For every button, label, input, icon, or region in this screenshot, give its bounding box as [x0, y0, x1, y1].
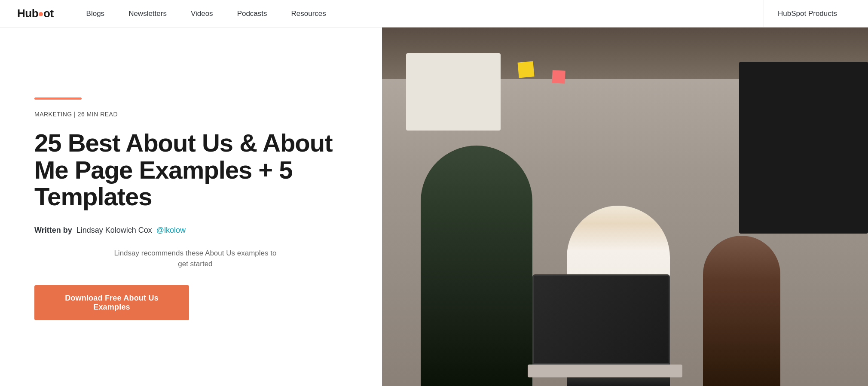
logo-text: Hubot [17, 7, 54, 20]
office-photo [382, 27, 868, 386]
nav-item-podcasts[interactable]: Podcasts [225, 0, 279, 27]
person-right-silhouette [703, 236, 780, 386]
laptop-base [528, 365, 682, 377]
article-title: 25 Best About Us & About Me Page Example… [34, 130, 356, 210]
nav-links: Blogs Newsletters Videos Podcasts Resour… [74, 0, 764, 27]
cta-button[interactable]: Download Free About Us Examples [34, 285, 189, 320]
author-name: Lindsay Kolowich Cox [76, 226, 152, 234]
monitor-right [739, 62, 868, 234]
logo-dot-icon [39, 12, 43, 16]
category-bar-accent [34, 97, 82, 100]
navigation: Hubot Blogs Newsletters Videos Podcasts … [0, 0, 868, 27]
article-author: Written by Lindsay Kolowich Cox @lkolow [34, 226, 356, 235]
whiteboard [406, 53, 501, 131]
hero-section: MARKETING | 26 MIN READ 25 Best About Us… [0, 27, 868, 386]
nav-item-blogs[interactable]: Blogs [74, 0, 117, 27]
laptop-screen-element [532, 274, 670, 365]
meta-category: MARKETING [34, 111, 72, 118]
author-handle-link[interactable]: @lkolow [156, 226, 186, 234]
meta-read-time: 26 MIN READ [78, 111, 118, 118]
sticky-note-red [552, 70, 565, 84]
nav-item-videos[interactable]: Videos [179, 0, 225, 27]
desc-line2: get started [178, 260, 212, 268]
hubspot-logo[interactable]: Hubot [17, 7, 54, 20]
meta-separator: | [72, 111, 78, 118]
nav-item-newsletters[interactable]: Newsletters [116, 0, 179, 27]
hero-description: Lindsay recommends these About Us exampl… [34, 248, 356, 270]
hero-content: MARKETING | 26 MIN READ 25 Best About Us… [0, 27, 382, 386]
nav-item-resources[interactable]: Resources [279, 0, 338, 27]
author-prefix: Written by [34, 226, 72, 234]
nav-products[interactable]: HubSpot Products [764, 0, 851, 27]
article-meta: MARKETING | 26 MIN READ [34, 111, 356, 118]
sticky-note-yellow [517, 61, 534, 78]
person-left-silhouette [421, 146, 532, 386]
desc-line1: Lindsay recommends these About Us exampl… [114, 249, 276, 257]
hero-image [382, 27, 868, 386]
